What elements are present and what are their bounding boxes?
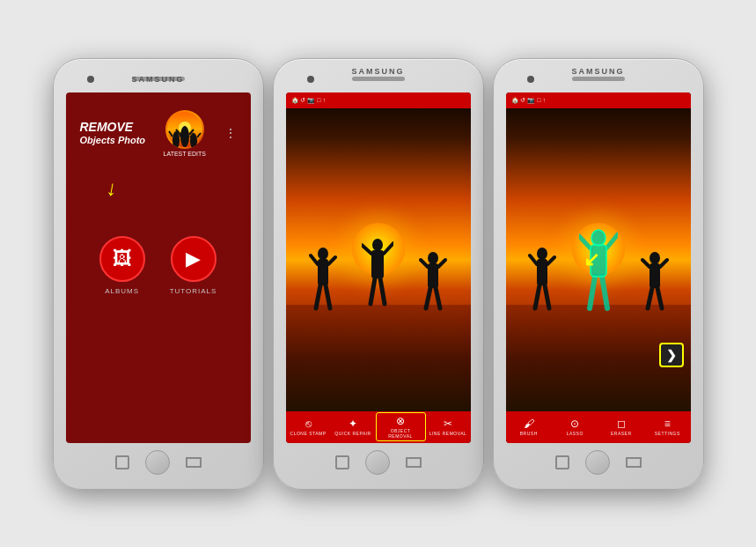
app-title: REMOVE Objects Photo — [80, 120, 146, 146]
back-button-1[interactable] — [115, 455, 129, 469]
phone-1: SAMSUNG REMOVE Objects Photo — [53, 58, 264, 490]
menu-dots[interactable]: ⋮ — [224, 126, 237, 140]
home-button-1[interactable] — [145, 450, 170, 475]
phone-2-top: SAMSUNG — [281, 70, 476, 89]
latest-edits-icon[interactable]: LATEST EDITS — [164, 110, 206, 157]
albums-button[interactable]: 🖼 ALBUMS — [99, 236, 145, 295]
svg-line-48 — [657, 288, 662, 308]
brush-btn[interactable]: 🖌 BRUSH — [506, 418, 553, 436]
svg-point-43 — [650, 252, 660, 264]
brush-icon: 🖌 — [524, 418, 534, 430]
phone-1-camera — [87, 76, 94, 83]
svg-line-19 — [362, 245, 371, 254]
app-icon-svg — [167, 112, 202, 147]
app-icon — [165, 110, 204, 149]
status-bar-2: 🏠 ↺ 📷 □ ↑ — [286, 92, 471, 108]
main-buttons-area: ↓ 🖼 ALBUMS ▶ TUTORIALS — [99, 210, 217, 295]
phone-1-bottom — [61, 447, 256, 478]
svg-line-21 — [371, 278, 375, 304]
svg-line-28 — [436, 288, 440, 308]
svg-rect-18 — [371, 250, 384, 278]
phone-3: SAMSUNG 🏠 ↺ 📷 □ ↑ — [493, 58, 704, 490]
recent-button-2[interactable] — [406, 457, 422, 468]
svg-line-37 — [579, 236, 591, 248]
silhouette-1 — [309, 247, 337, 326]
recent-button-3[interactable] — [626, 457, 642, 468]
silhouette-3-3 — [641, 251, 669, 326]
photo-area-3: ↙ ❯ ↘ — [506, 108, 691, 411]
back-button-3[interactable] — [555, 455, 569, 469]
phone-2-camera — [307, 76, 314, 83]
svg-line-32 — [547, 257, 554, 264]
phone-1-top: SAMSUNG — [61, 70, 256, 89]
status-icons-2: 🏠 ↺ 📷 □ ↑ — [291, 97, 327, 104]
svg-line-47 — [648, 288, 652, 308]
silhouettes-3 — [506, 229, 691, 326]
next-button[interactable]: ❯ — [659, 343, 684, 367]
albums-icon: 🖼 — [99, 236, 145, 282]
svg-line-34 — [545, 285, 549, 308]
svg-line-33 — [535, 285, 539, 308]
phone-1-screen: REMOVE Objects Photo — [66, 92, 251, 443]
line-removal-icon: ✂ — [444, 418, 452, 430]
silhouettes — [286, 238, 471, 326]
sunset-background-3: ↙ ❯ ↘ — [506, 108, 691, 411]
svg-line-45 — [642, 260, 650, 267]
svg-line-46 — [660, 260, 667, 267]
photo-area-2 — [286, 108, 471, 411]
phone-1-home-screen: REMOVE Objects Photo — [66, 92, 251, 443]
svg-line-31 — [530, 255, 537, 264]
svg-line-16 — [326, 285, 330, 308]
home-button-2[interactable] — [365, 450, 390, 475]
toolbar-3: 🖌 BRUSH ⊙ LASSO ◻ ERASER ≡ SETTINGS — [506, 411, 691, 443]
settings-btn[interactable]: ≡ SETTINGS — [644, 418, 691, 436]
quick-repair-btn[interactable]: ✦ QUICK REPAIR — [331, 418, 376, 436]
phone-3-top: SAMSUNG — [501, 70, 696, 89]
settings-icon: ≡ — [664, 418, 671, 430]
sunset-background — [286, 108, 471, 411]
photo-selection-screen: 🏠 ↺ 📷 □ ↑ — [506, 92, 691, 443]
phone-1-brand: SAMSUNG — [131, 75, 184, 84]
phone-3-bottom — [501, 447, 696, 478]
status-icons-3: 🏠 ↺ 📷 □ ↑ — [511, 97, 547, 104]
photo-edit-screen: 🏠 ↺ 📷 □ ↑ — [286, 92, 471, 443]
yellow-arrow-1: ↓ — [104, 175, 119, 202]
object-removal-icon: ⊗ — [396, 415, 405, 427]
eraser-btn[interactable]: ◻ ERASER — [598, 418, 645, 436]
yellow-arrow-3: ↙ — [584, 248, 599, 271]
main-buttons: 🖼 ALBUMS ▶ TUTORIALS — [99, 236, 217, 295]
lasso-btn[interactable]: ⊙ LASSO — [552, 418, 598, 436]
back-button-2[interactable] — [335, 455, 349, 469]
phone-3-camera — [527, 76, 534, 83]
recent-button-1[interactable] — [186, 457, 202, 468]
clone-stamp-icon: ⎋ — [305, 418, 312, 430]
svg-rect-12 — [318, 259, 328, 285]
svg-line-25 — [421, 260, 428, 267]
svg-rect-30 — [537, 259, 547, 285]
svg-line-40 — [602, 277, 607, 308]
phone-3-screen: 🏠 ↺ 📷 □ ↑ — [506, 92, 691, 443]
object-removal-btn[interactable]: ⊗ OBJECT REMOVAL — [376, 412, 426, 441]
tutorials-button[interactable]: ▶ TUTORIALS — [170, 236, 217, 295]
line-removal-btn[interactable]: ✂ LINE REMOVAL — [426, 418, 471, 436]
silhouette-3-2-green — [579, 229, 618, 326]
phone-2: SAMSUNG 🏠 ↺ 📷 □ ↑ — [273, 58, 484, 490]
svg-line-14 — [328, 257, 335, 264]
svg-line-13 — [311, 255, 318, 264]
phones-container: SAMSUNG REMOVE Objects Photo — [44, 49, 713, 499]
phone-2-brand: SAMSUNG — [351, 67, 404, 76]
svg-line-26 — [438, 260, 445, 267]
svg-point-17 — [372, 239, 383, 251]
svg-line-38 — [606, 234, 618, 248]
clone-stamp-btn[interactable]: ⎋ CLONE STAMP — [286, 418, 331, 436]
svg-line-20 — [384, 243, 393, 254]
status-bar-3: 🏠 ↺ 📷 □ ↑ — [506, 92, 691, 108]
svg-point-11 — [318, 248, 328, 260]
svg-point-23 — [428, 252, 438, 264]
home-button-3[interactable] — [585, 450, 610, 475]
silhouette-3-1 — [528, 247, 556, 326]
svg-line-27 — [426, 288, 430, 308]
silhouette-2 — [362, 238, 393, 326]
lasso-icon: ⊙ — [570, 418, 579, 430]
phone-2-screen: 🏠 ↺ 📷 □ ↑ — [286, 92, 471, 443]
